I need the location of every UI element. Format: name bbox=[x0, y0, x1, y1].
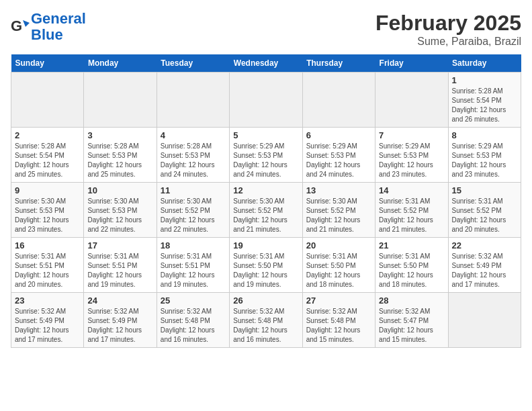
day-info: Sunrise: 5:29 AM Sunset: 5:53 PM Dayligh… bbox=[306, 142, 371, 179]
calendar-cell: 10Sunrise: 5:30 AM Sunset: 5:53 PM Dayli… bbox=[84, 183, 157, 238]
calendar-cell: 28Sunrise: 5:32 AM Sunset: 5:47 PM Dayli… bbox=[375, 293, 448, 348]
calendar-cell: 15Sunrise: 5:31 AM Sunset: 5:52 PM Dayli… bbox=[448, 183, 521, 238]
day-info: Sunrise: 5:30 AM Sunset: 5:52 PM Dayligh… bbox=[306, 197, 371, 234]
logo-text: General Blue bbox=[31, 11, 86, 43]
day-header-thursday: Thursday bbox=[302, 54, 375, 73]
day-number: 4 bbox=[161, 130, 226, 140]
day-info: Sunrise: 5:31 AM Sunset: 5:50 PM Dayligh… bbox=[233, 252, 298, 289]
day-number: 2 bbox=[15, 130, 80, 140]
logo-general: General bbox=[31, 10, 86, 27]
day-info: Sunrise: 5:31 AM Sunset: 5:50 PM Dayligh… bbox=[379, 252, 444, 289]
day-number: 7 bbox=[379, 130, 444, 140]
day-number: 13 bbox=[306, 185, 371, 195]
day-number: 17 bbox=[87, 240, 152, 250]
day-number: 18 bbox=[161, 240, 226, 250]
calendar-cell: 14Sunrise: 5:31 AM Sunset: 5:52 PM Dayli… bbox=[375, 183, 448, 238]
calendar-week-row: 1Sunrise: 5:28 AM Sunset: 5:54 PM Daylig… bbox=[11, 73, 521, 128]
calendar-title: February 2025 bbox=[375, 11, 521, 36]
calendar-cell: 11Sunrise: 5:30 AM Sunset: 5:52 PM Dayli… bbox=[157, 183, 229, 238]
calendar-week-row: 23Sunrise: 5:32 AM Sunset: 5:49 PM Dayli… bbox=[11, 293, 521, 348]
day-info: Sunrise: 5:31 AM Sunset: 5:51 PM Dayligh… bbox=[161, 252, 226, 289]
day-info: Sunrise: 5:32 AM Sunset: 5:48 PM Dayligh… bbox=[161, 307, 226, 345]
calendar-cell: 25Sunrise: 5:32 AM Sunset: 5:48 PM Dayli… bbox=[157, 293, 229, 348]
day-info: Sunrise: 5:31 AM Sunset: 5:51 PM Dayligh… bbox=[87, 252, 152, 289]
calendar-cell: 4Sunrise: 5:28 AM Sunset: 5:53 PM Daylig… bbox=[157, 128, 229, 183]
logo-blue: Blue bbox=[31, 26, 63, 43]
day-number: 16 bbox=[15, 240, 80, 250]
calendar-cell: 12Sunrise: 5:30 AM Sunset: 5:52 PM Dayli… bbox=[230, 183, 302, 238]
calendar-cell: 20Sunrise: 5:31 AM Sunset: 5:50 PM Dayli… bbox=[302, 238, 375, 293]
calendar-week-row: 2Sunrise: 5:28 AM Sunset: 5:54 PM Daylig… bbox=[11, 128, 521, 183]
calendar-cell: 19Sunrise: 5:31 AM Sunset: 5:50 PM Dayli… bbox=[230, 238, 302, 293]
day-number: 10 bbox=[87, 185, 152, 195]
calendar-subtitle: Sume, Paraiba, Brazil bbox=[375, 36, 521, 48]
calendar-cell: 18Sunrise: 5:31 AM Sunset: 5:51 PM Dayli… bbox=[157, 238, 229, 293]
calendar-cell: 17Sunrise: 5:31 AM Sunset: 5:51 PM Dayli… bbox=[84, 238, 157, 293]
day-number: 6 bbox=[306, 130, 371, 140]
day-number: 3 bbox=[87, 130, 152, 140]
day-info: Sunrise: 5:28 AM Sunset: 5:53 PM Dayligh… bbox=[87, 142, 152, 179]
calendar-cell: 26Sunrise: 5:32 AM Sunset: 5:48 PM Dayli… bbox=[230, 293, 302, 348]
day-header-saturday: Saturday bbox=[448, 54, 521, 73]
day-number: 28 bbox=[379, 295, 444, 306]
day-number: 27 bbox=[306, 295, 371, 306]
logo-icon: G bbox=[11, 17, 30, 36]
calendar-cell bbox=[230, 73, 302, 128]
calendar-cell: 13Sunrise: 5:30 AM Sunset: 5:52 PM Dayli… bbox=[302, 183, 375, 238]
calendar-header-row: SundayMondayTuesdayWednesdayThursdayFrid… bbox=[11, 54, 521, 73]
day-number: 21 bbox=[379, 240, 444, 250]
day-info: Sunrise: 5:32 AM Sunset: 5:49 PM Dayligh… bbox=[87, 307, 152, 345]
day-info: Sunrise: 5:31 AM Sunset: 5:52 PM Dayligh… bbox=[452, 197, 517, 234]
day-info: Sunrise: 5:32 AM Sunset: 5:47 PM Dayligh… bbox=[379, 307, 444, 345]
calendar-cell: 22Sunrise: 5:32 AM Sunset: 5:49 PM Dayli… bbox=[448, 238, 521, 293]
calendar-cell: 7Sunrise: 5:29 AM Sunset: 5:53 PM Daylig… bbox=[375, 128, 448, 183]
day-number: 15 bbox=[452, 185, 517, 195]
day-info: Sunrise: 5:30 AM Sunset: 5:53 PM Dayligh… bbox=[87, 197, 152, 234]
calendar-cell: 1Sunrise: 5:28 AM Sunset: 5:54 PM Daylig… bbox=[448, 73, 521, 128]
day-info: Sunrise: 5:28 AM Sunset: 5:54 PM Dayligh… bbox=[452, 87, 517, 124]
calendar-cell bbox=[302, 73, 375, 128]
calendar-cell: 6Sunrise: 5:29 AM Sunset: 5:53 PM Daylig… bbox=[302, 128, 375, 183]
day-info: Sunrise: 5:28 AM Sunset: 5:53 PM Dayligh… bbox=[161, 142, 226, 179]
day-header-wednesday: Wednesday bbox=[230, 54, 302, 73]
day-info: Sunrise: 5:31 AM Sunset: 5:52 PM Dayligh… bbox=[379, 197, 444, 234]
day-number: 12 bbox=[233, 185, 298, 195]
day-number: 5 bbox=[233, 130, 298, 140]
calendar-cell: 24Sunrise: 5:32 AM Sunset: 5:49 PM Dayli… bbox=[84, 293, 157, 348]
day-header-monday: Monday bbox=[84, 54, 157, 73]
day-number: 22 bbox=[452, 240, 517, 250]
calendar-table: SundayMondayTuesdayWednesdayThursdayFrid… bbox=[11, 54, 521, 348]
day-header-sunday: Sunday bbox=[11, 54, 84, 73]
day-number: 23 bbox=[15, 295, 80, 306]
day-header-tuesday: Tuesday bbox=[157, 54, 229, 73]
page-header: G General Blue February 2025 Sume, Parai… bbox=[11, 11, 521, 48]
day-number: 8 bbox=[452, 130, 517, 140]
calendar-cell bbox=[11, 73, 84, 128]
calendar-cell bbox=[448, 293, 521, 348]
day-info: Sunrise: 5:30 AM Sunset: 5:52 PM Dayligh… bbox=[233, 197, 298, 234]
calendar-cell: 21Sunrise: 5:31 AM Sunset: 5:50 PM Dayli… bbox=[375, 238, 448, 293]
calendar-cell: 2Sunrise: 5:28 AM Sunset: 5:54 PM Daylig… bbox=[11, 128, 84, 183]
day-info: Sunrise: 5:31 AM Sunset: 5:51 PM Dayligh… bbox=[15, 252, 80, 289]
calendar-cell: 27Sunrise: 5:32 AM Sunset: 5:48 PM Dayli… bbox=[302, 293, 375, 348]
day-info: Sunrise: 5:31 AM Sunset: 5:50 PM Dayligh… bbox=[306, 252, 371, 289]
day-number: 24 bbox=[87, 295, 152, 306]
calendar-week-row: 16Sunrise: 5:31 AM Sunset: 5:51 PM Dayli… bbox=[11, 238, 521, 293]
day-info: Sunrise: 5:30 AM Sunset: 5:53 PM Dayligh… bbox=[15, 197, 80, 234]
calendar-cell: 9Sunrise: 5:30 AM Sunset: 5:53 PM Daylig… bbox=[11, 183, 84, 238]
calendar-cell: 16Sunrise: 5:31 AM Sunset: 5:51 PM Dayli… bbox=[11, 238, 84, 293]
day-info: Sunrise: 5:32 AM Sunset: 5:49 PM Dayligh… bbox=[15, 307, 80, 345]
svg-marker-1 bbox=[23, 20, 30, 27]
day-info: Sunrise: 5:30 AM Sunset: 5:52 PM Dayligh… bbox=[161, 197, 226, 234]
calendar-cell bbox=[84, 73, 157, 128]
day-number: 19 bbox=[233, 240, 298, 250]
day-info: Sunrise: 5:28 AM Sunset: 5:54 PM Dayligh… bbox=[15, 142, 80, 179]
day-header-friday: Friday bbox=[375, 54, 448, 73]
calendar-cell bbox=[375, 73, 448, 128]
day-number: 14 bbox=[379, 185, 444, 195]
day-number: 20 bbox=[306, 240, 371, 250]
calendar-cell: 5Sunrise: 5:29 AM Sunset: 5:53 PM Daylig… bbox=[230, 128, 302, 183]
day-number: 26 bbox=[233, 295, 298, 306]
day-number: 25 bbox=[161, 295, 226, 306]
day-info: Sunrise: 5:29 AM Sunset: 5:53 PM Dayligh… bbox=[379, 142, 444, 179]
